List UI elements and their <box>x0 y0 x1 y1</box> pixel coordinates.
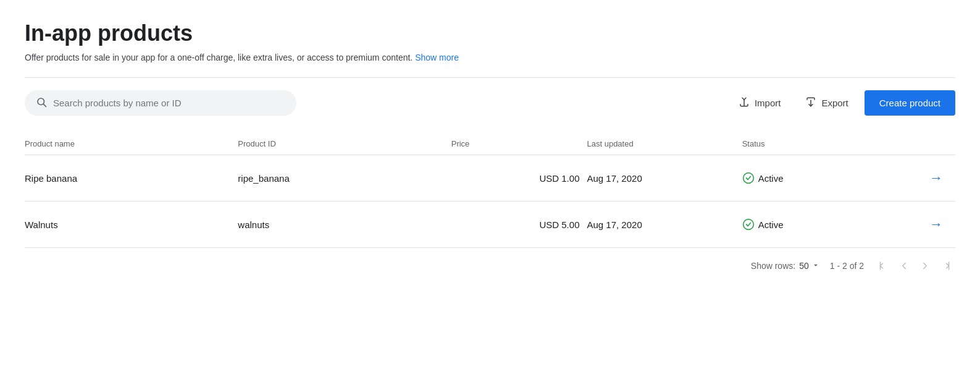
dropdown-icon <box>811 261 820 271</box>
col-header-arrow <box>897 133 955 155</box>
next-page-button[interactable] <box>916 258 934 274</box>
status-badge-0: Active <box>742 172 890 184</box>
cell-arrow-1[interactable]: → <box>897 202 955 248</box>
col-header-updated: Last updated <box>587 133 742 155</box>
active-icon-1 <box>742 218 755 231</box>
cell-id-1: walnuts <box>238 202 451 248</box>
import-icon <box>739 96 750 109</box>
show-rows-label: Show rows: <box>751 261 795 271</box>
rows-value: 50 <box>799 261 809 271</box>
status-badge-1: Active <box>742 218 890 231</box>
show-rows-control: Show rows: 50 <box>751 261 820 271</box>
create-product-button[interactable]: Create product <box>865 90 955 116</box>
last-page-button[interactable] <box>937 258 955 274</box>
cell-name-0: Ripe banana <box>25 155 238 202</box>
description-text: Offer products for sale in your app for … <box>25 53 413 62</box>
status-label-1: Active <box>758 219 784 230</box>
prev-page-button[interactable] <box>895 258 913 274</box>
col-header-name: Product name <box>25 133 238 155</box>
cell-status-1: Active <box>742 202 897 248</box>
search-input[interactable] <box>53 98 285 108</box>
import-label: Import <box>755 98 781 108</box>
pagination-controls <box>874 258 955 274</box>
status-label-0: Active <box>758 173 784 184</box>
export-icon <box>805 96 816 109</box>
show-more-link[interactable]: Show more <box>415 53 459 62</box>
cell-price-0: USD 1.00 <box>451 155 587 202</box>
svg-point-4 <box>743 173 753 184</box>
row-arrow-button-1[interactable]: → <box>924 215 948 234</box>
cell-updated-1: Aug 17, 2020 <box>587 202 742 248</box>
col-header-price: Price <box>451 133 587 155</box>
table-header-row: Product name Product ID Price Last updat… <box>25 133 955 155</box>
export-label: Export <box>821 98 848 108</box>
col-header-id: Product ID <box>238 133 451 155</box>
rows-per-page-select[interactable]: 50 <box>799 261 820 271</box>
products-table: Product name Product ID Price Last updat… <box>25 133 955 248</box>
search-container <box>25 90 296 116</box>
table-row: Walnuts walnuts USD 5.00 Aug 17, 2020 Ac… <box>25 202 955 248</box>
first-page-button[interactable] <box>874 258 892 274</box>
page-container: In-app products Offer products for sale … <box>0 0 980 294</box>
cell-status-0: Active <box>742 155 897 202</box>
col-header-status: Status <box>742 133 897 155</box>
active-icon-0 <box>742 172 755 184</box>
row-arrow-button-0[interactable]: → <box>924 169 948 187</box>
cell-updated-0: Aug 17, 2020 <box>587 155 742 202</box>
export-button[interactable]: Export <box>797 90 856 116</box>
page-description: Offer products for sale in your app for … <box>25 53 955 62</box>
cell-id-0: ripe_banana <box>238 155 451 202</box>
search-icon <box>36 96 47 109</box>
cell-name-1: Walnuts <box>25 202 238 248</box>
page-title: In-app products <box>25 20 955 46</box>
table-row: Ripe banana ripe_banana USD 1.00 Aug 17,… <box>25 155 955 202</box>
table-footer: Show rows: 50 1 - 2 of 2 <box>25 248 955 279</box>
import-button[interactable]: Import <box>730 90 790 116</box>
cell-arrow-0[interactable]: → <box>897 155 955 202</box>
section-divider <box>25 77 955 78</box>
svg-point-5 <box>743 219 753 230</box>
svg-line-1 <box>43 104 46 107</box>
toolbar: Import Export Create product <box>25 90 955 116</box>
pagination-info: 1 - 2 of 2 <box>830 261 864 271</box>
cell-price-1: USD 5.00 <box>451 202 587 248</box>
